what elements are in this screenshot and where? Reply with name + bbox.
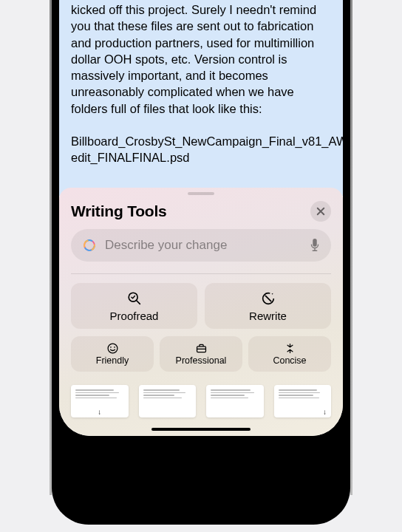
document-text-selection[interactable]: kicked off this project. Surely I needn'… [59,0,343,196]
writing-tools-sheet: Writing Tools Describe your change [59,188,343,436]
describe-change-input[interactable]: Describe your change [71,229,331,262]
document-filename-example: Billboard_CrosbySt_NewCampaign_Final_v81… [71,134,343,164]
microphone-icon[interactable] [309,238,321,253]
arrow-down-icon: ↓ [323,408,327,416]
arrow-down-icon: ↓ [98,408,101,416]
close-icon [316,207,325,216]
template-keypoints[interactable] [139,385,197,417]
concise-button[interactable]: Concise [248,336,331,372]
divider [71,273,331,274]
proofread-label: Proofread [110,310,159,322]
phone-frame: kicked off this project. Surely I needn'… [52,0,350,525]
rewrite-icon [260,290,276,307]
professional-label: Professional [176,355,227,366]
input-placeholder: Describe your change [105,238,302,253]
concise-icon [284,342,296,355]
template-list[interactable] [206,385,264,417]
friendly-button[interactable]: Friendly [71,336,154,372]
svg-point-10 [114,347,115,348]
proofread-button[interactable]: Proofread [71,283,197,329]
format-templates-row: ↓ [59,372,343,417]
proofread-icon [126,290,143,307]
concise-label: Concise [273,355,306,366]
close-button[interactable] [310,201,331,222]
svg-rect-3 [313,239,316,247]
svg-line-7 [265,296,270,301]
siri-icon [81,237,98,253]
rewrite-button[interactable]: Rewrite [205,283,331,329]
template-summary[interactable]: ↓ [71,385,129,417]
svg-line-5 [136,300,140,304]
home-indicator[interactable] [151,428,251,431]
rewrite-label: Rewrite [249,310,287,322]
screen: kicked off this project. Surely I needn'… [59,0,343,436]
svg-point-8 [108,344,117,353]
template-table[interactable]: ↓ [274,385,332,417]
document-paragraph: kicked off this project. Surely I needn'… [71,3,316,115]
smile-icon [106,342,119,355]
professional-button[interactable]: Professional [160,336,242,372]
sheet-title: Writing Tools [71,202,167,220]
briefcase-icon [195,342,208,355]
friendly-label: Friendly [96,355,129,366]
svg-point-9 [110,347,112,348]
